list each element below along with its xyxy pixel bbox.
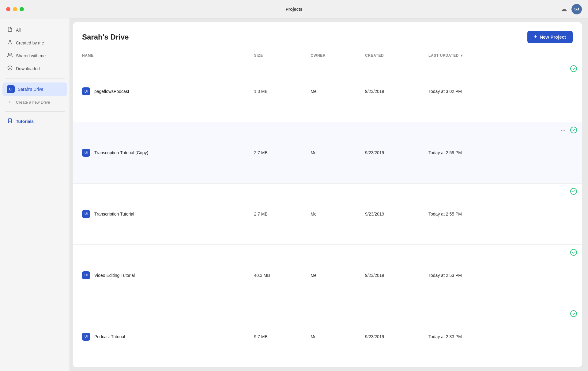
size-cell: 1.3 MB (249, 61, 306, 122)
bookmark-icon (7, 118, 13, 125)
sarahs-drive-badge: UI (7, 85, 15, 93)
size-cell: 9.7 MB (249, 306, 306, 367)
title-bar: Projects ☁ SJ (0, 0, 588, 18)
close-button[interactable] (6, 7, 10, 11)
owner-cell: Me (306, 245, 360, 306)
updated-cell: Today at 2:33 PM (424, 306, 522, 367)
sync-status-icon (570, 65, 577, 72)
project-badge: UI (82, 271, 90, 279)
sync-status-icon (570, 188, 577, 195)
status-cell (522, 245, 582, 260)
sidebar-divider-1 (5, 78, 65, 79)
project-badge: UI (82, 149, 90, 157)
col-last-updated[interactable]: LAST UPDATED ▼ (424, 50, 522, 61)
col-status (522, 50, 582, 61)
sidebar-item-all-label: All (16, 28, 21, 33)
sidebar-item-sarahs-drive[interactable]: UI Sarah's Drive (2, 82, 67, 96)
svg-point-1 (8, 53, 10, 55)
table-row[interactable]: UI pageflowsPodcast 1.3 MBMe9/23/2019Tod… (73, 61, 582, 122)
project-name: Podcast Tutorial (94, 334, 125, 339)
drive-section: UI Sarah's Drive + Create a new Drive (0, 82, 70, 108)
project-name: Video Editing Tutorial (94, 273, 135, 278)
file-icon (7, 27, 13, 33)
users-icon (7, 52, 13, 59)
created-cell: 9/23/2019 (360, 61, 424, 122)
project-name: Transcription Tutorial (94, 212, 134, 216)
name-cell: UI Podcast Tutorial (73, 306, 249, 367)
user-icon (7, 40, 13, 46)
sync-status-icon (570, 310, 577, 317)
owner-cell: Me (306, 183, 360, 245)
table-row[interactable]: UI Podcast Tutorial 9.7 MBMe9/23/2019Tod… (73, 306, 582, 367)
table-row[interactable]: UI Video Editing Tutorial 40.3 MBMe9/23/… (73, 245, 582, 306)
col-created: CREATED (360, 50, 424, 61)
sync-status-icon (570, 249, 577, 256)
sidebar-item-tutorials[interactable]: Tutorials (2, 115, 67, 128)
cloud-icon: ☁ (560, 5, 567, 13)
owner-cell: Me (306, 306, 360, 367)
sidebar-item-all[interactable]: All (2, 24, 67, 36)
created-cell: 9/23/2019 (360, 306, 424, 367)
status-cell (522, 184, 582, 199)
project-badge: UI (82, 210, 90, 218)
project-badge: UI (82, 333, 90, 341)
project-name: pageflowsPodcast (94, 89, 129, 94)
table-body: UI pageflowsPodcast 1.3 MBMe9/23/2019Tod… (73, 61, 582, 367)
minimize-button[interactable] (13, 7, 17, 11)
table-row[interactable]: UI Transcription Tutorial 2.7 MBMe9/23/2… (73, 183, 582, 245)
new-project-button[interactable]: + New Project (527, 31, 573, 43)
table-row[interactable]: UI Transcription Tutorial (Copy) 2.7 MBM… (73, 122, 582, 183)
sidebar-item-created-by-me[interactable]: Created by me (2, 37, 67, 49)
owner-cell: Me (306, 122, 360, 183)
col-size: SIZE (249, 50, 306, 61)
title-bar-right: ☁ SJ (560, 4, 582, 14)
size-cell: 2.7 MB (249, 122, 306, 183)
svg-point-0 (9, 40, 11, 42)
name-cell: UI Transcription Tutorial (73, 183, 249, 245)
project-badge: UI (82, 87, 90, 95)
updated-cell: Today at 2:53 PM (424, 245, 522, 306)
sidebar: All Created by me (0, 18, 70, 371)
plus-icon: + (7, 99, 13, 105)
created-cell: 9/23/2019 (360, 183, 424, 245)
tutorials-label: Tutorials (16, 119, 34, 124)
sidebar-item-downloaded[interactable]: Downloaded (2, 63, 67, 75)
created-cell: 9/23/2019 (360, 245, 424, 306)
plus-icon: + (534, 34, 537, 40)
size-cell: 40.3 MB (249, 245, 306, 306)
window-controls (6, 7, 24, 11)
more-options-button[interactable]: ··· (560, 127, 567, 133)
owner-cell: Me (306, 61, 360, 122)
sidebar-item-create-drive[interactable]: + Create a new Drive (2, 97, 67, 108)
sidebar-item-shared-label: Shared with me (16, 53, 46, 58)
projects-table: NAME SIZE OWNER CREATED LAST UPDATED ▼ U… (73, 50, 582, 367)
sort-arrow-icon: ▼ (460, 54, 464, 57)
name-cell: UI Transcription Tutorial (Copy) (73, 122, 249, 183)
updated-cell: Today at 2:59 PM (424, 122, 522, 183)
new-project-label: New Project (540, 34, 566, 40)
drive-header: Sarah's Drive + New Project (73, 22, 582, 50)
avatar[interactable]: SJ (571, 4, 582, 14)
sidebar-item-downloaded-label: Downloaded (16, 66, 40, 71)
sarahs-drive-label: Sarah's Drive (18, 87, 43, 92)
sidebar-item-created-label: Created by me (16, 40, 44, 45)
sidebar-item-shared-with-me[interactable]: Shared with me (2, 50, 67, 62)
drive-title: Sarah's Drive (82, 33, 129, 41)
window-title: Projects (285, 7, 302, 12)
status-cell (522, 61, 582, 76)
status-cell (522, 306, 582, 321)
status-cell: ··· (522, 122, 582, 138)
created-cell: 9/23/2019 (360, 122, 424, 183)
name-cell: UI Video Editing Tutorial (73, 245, 249, 306)
col-owner: OWNER (306, 50, 360, 61)
updated-cell: Today at 3:02 PM (424, 61, 522, 122)
download-icon (7, 65, 13, 72)
tutorials-section: Tutorials (0, 115, 70, 128)
col-name: NAME (73, 50, 249, 61)
size-cell: 2.7 MB (249, 183, 306, 245)
table-header-row: NAME SIZE OWNER CREATED LAST UPDATED ▼ (73, 50, 582, 61)
create-drive-label: Create a new Drive (16, 100, 50, 105)
sync-status-icon (570, 127, 577, 133)
maximize-button[interactable] (20, 7, 24, 11)
sidebar-divider-2 (5, 111, 65, 112)
